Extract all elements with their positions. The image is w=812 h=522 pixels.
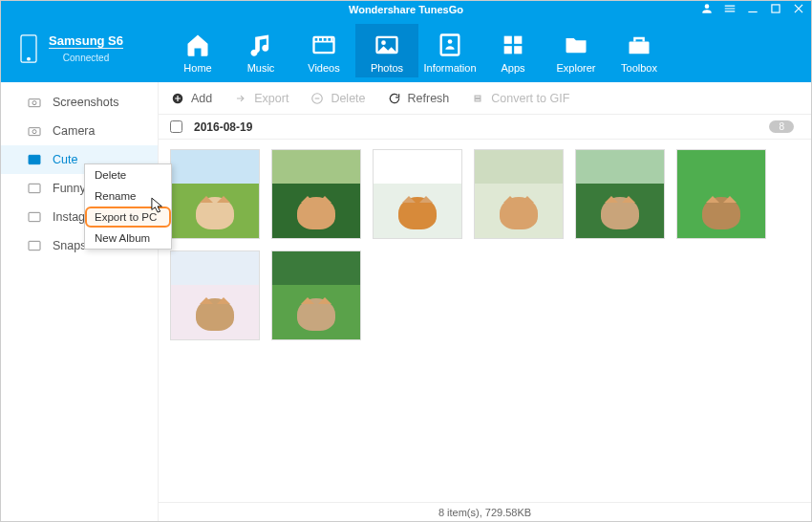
svg-rect-11 — [504, 46, 512, 54]
sidebar-item-camera[interactable]: Camera — [1, 117, 158, 145]
photos-icon — [355, 30, 418, 60]
context-menu-delete[interactable]: Delete — [85, 164, 171, 185]
sidebar-item-screenshots[interactable]: Screenshots — [1, 88, 158, 117]
export-icon — [233, 91, 248, 106]
app-title: Wondershare TunesGo — [349, 4, 463, 15]
sidebar-item-label: Screenshots — [53, 96, 118, 109]
home-icon — [166, 30, 229, 60]
nav-videos-label: Videos — [292, 62, 355, 74]
svg-point-6 — [381, 40, 386, 45]
videos-icon — [292, 30, 355, 60]
information-icon — [418, 30, 481, 60]
menu-icon[interactable] — [723, 2, 737, 17]
image-icon — [26, 209, 43, 225]
refresh-button[interactable]: Refresh — [387, 91, 450, 106]
main: Screenshots Camera Cute Funny Instagram … — [1, 82, 811, 521]
minimize-icon[interactable] — [746, 2, 759, 17]
image-icon — [26, 238, 43, 253]
export-label: Export — [254, 92, 288, 105]
user-icon[interactable] — [700, 2, 714, 17]
convert-label: Convert to GIF — [491, 92, 569, 105]
nav-photos-label: Photos — [355, 62, 418, 74]
close-icon[interactable] — [792, 2, 805, 17]
camera-icon — [26, 95, 43, 110]
status-bar: 8 item(s), 729.58KB — [159, 502, 811, 521]
svg-rect-14 — [29, 99, 40, 107]
nav-photos[interactable]: Photos — [355, 24, 418, 77]
maximize-icon[interactable] — [769, 2, 782, 17]
nav-apps-label: Apps — [481, 62, 545, 74]
sidebar-item-label: Cute — [53, 153, 77, 166]
photo-thumbnail[interactable] — [271, 250, 361, 340]
explorer-icon — [545, 30, 608, 60]
photo-thumbnail[interactable] — [575, 149, 665, 239]
svg-rect-16 — [29, 128, 40, 136]
image-icon — [26, 152, 43, 167]
nav-music[interactable]: Music — [229, 24, 292, 77]
svg-rect-19 — [29, 184, 40, 192]
phone-icon — [18, 33, 39, 68]
nav-toolbox-label: Toolbox — [608, 62, 671, 74]
group-date: 2016-08-19 — [194, 120, 252, 134]
group-header: 2016-08-19 8 — [159, 115, 811, 140]
photo-grid — [159, 140, 811, 502]
top-nav: Home Music Videos Photos Information App… — [159, 24, 671, 77]
delete-button[interactable]: Delete — [310, 91, 365, 106]
svg-rect-13 — [630, 41, 650, 54]
photo-thumbnail[interactable] — [271, 149, 361, 239]
svg-rect-1 — [772, 5, 780, 12]
add-label: Add — [191, 92, 212, 105]
context-menu-new-album[interactable]: New Album — [85, 228, 171, 249]
photo-thumbnail[interactable] — [474, 149, 564, 239]
svg-point-15 — [32, 101, 36, 105]
sidebar-item-label: Funny — [53, 182, 86, 195]
camera-icon — [26, 123, 43, 139]
image-icon — [26, 181, 43, 196]
delete-icon — [310, 91, 325, 106]
svg-point-3 — [28, 57, 31, 60]
delete-label: Delete — [331, 92, 365, 105]
nav-home[interactable]: Home — [166, 24, 229, 77]
svg-point-17 — [32, 130, 36, 134]
photo-thumbnail[interactable] — [170, 250, 260, 340]
nav-information[interactable]: Information — [418, 24, 481, 77]
title-bar: Wondershare TunesGo — [1, 1, 811, 18]
svg-rect-12 — [514, 46, 522, 54]
refresh-icon — [387, 91, 402, 106]
sidebar-item-label: Camera — [53, 124, 95, 138]
svg-rect-0 — [748, 11, 757, 12]
svg-rect-7 — [441, 34, 459, 54]
toolbox-icon — [608, 30, 671, 60]
sidebar: Screenshots Camera Cute Funny Instagram … — [1, 82, 159, 521]
device-name: Samsung S6 — [49, 33, 123, 48]
convert-gif-button[interactable]: Convert to GIF — [470, 91, 569, 106]
svg-rect-18 — [29, 155, 40, 163]
nav-explorer[interactable]: Explorer — [545, 24, 608, 77]
toolbar: Add Export Delete Refresh Convert to GIF — [159, 82, 811, 115]
photo-thumbnail[interactable] — [170, 149, 260, 239]
nav-music-label: Music — [229, 62, 292, 74]
add-button[interactable]: Add — [170, 91, 212, 106]
svg-point-8 — [448, 39, 453, 44]
device-panel[interactable]: Samsung S6 Connected — [1, 33, 159, 68]
group-count-badge: 8 — [769, 120, 794, 133]
refresh-label: Refresh — [408, 92, 450, 105]
photo-thumbnail[interactable] — [676, 149, 766, 239]
status-text: 8 item(s), 729.58KB — [438, 507, 531, 518]
nav-home-label: Home — [166, 62, 229, 74]
svg-rect-20 — [29, 212, 40, 221]
photo-thumbnail[interactable] — [373, 149, 462, 239]
svg-rect-10 — [514, 35, 522, 43]
plus-icon — [170, 91, 185, 106]
nav-toolbox[interactable]: Toolbox — [608, 24, 671, 77]
device-status: Connected — [49, 48, 123, 67]
cursor-icon — [151, 197, 164, 214]
nav-videos[interactable]: Videos — [292, 24, 355, 77]
header: Samsung S6 Connected Home Music Videos P… — [1, 18, 811, 82]
content: Add Export Delete Refresh Convert to GIF… — [159, 82, 811, 521]
export-button[interactable]: Export — [233, 91, 288, 106]
select-all-checkbox[interactable] — [170, 120, 182, 133]
nav-apps[interactable]: Apps — [481, 24, 545, 77]
svg-rect-21 — [29, 241, 40, 250]
convert-icon — [470, 91, 485, 106]
